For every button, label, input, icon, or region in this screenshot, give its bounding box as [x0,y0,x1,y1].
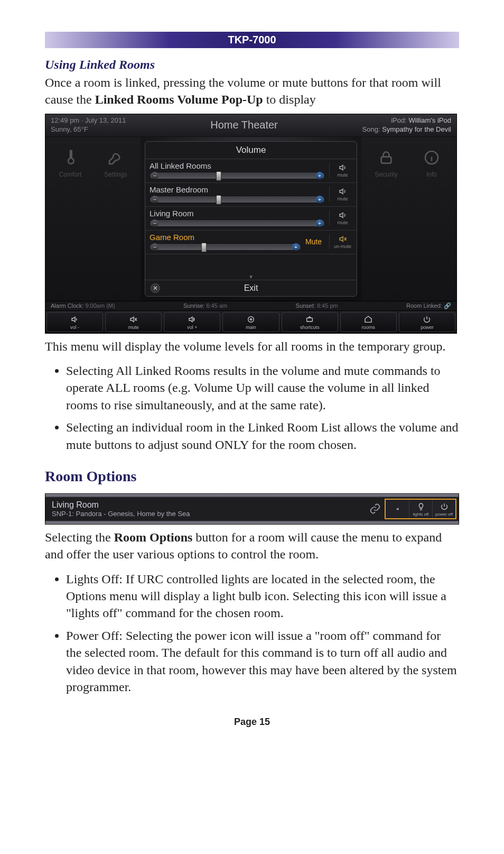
mute-button[interactable]: mute [329,163,352,178]
slider-minus-button[interactable]: − [151,243,158,251]
bottom-main-button[interactable]: main [222,312,279,332]
tile-security[interactable]: Security [370,146,402,178]
mute-icon [129,315,138,324]
speaker-icon [338,163,348,172]
power-icon [440,501,449,512]
right-side-tiles: Security Info [361,137,456,301]
linked-rooms-bullets: Selecting All Linked Rooms results in th… [66,362,459,453]
bottom-bevel [45,521,459,524]
mute-button[interactable]: un-mute [329,234,352,249]
b1-bold: All Linked Rooms [116,364,210,378]
bullet-power-off: Power Off: Selecting the power icon will… [66,627,459,696]
main-icon [246,315,256,324]
bottom-button-bar: vol -mutevol +mainshortcutsroomspower [45,311,456,333]
room-name-label: All Linked Rooms [150,161,325,170]
bullet-all-linked-rooms: Selecting All Linked Rooms results in th… [66,362,459,414]
tile-security-label: Security [375,171,397,178]
volume-popup-title: Volume [145,142,357,159]
b2-bold: Linked Room List [248,420,341,434]
b1-pre: Selecting [66,364,116,378]
device-value: William's iPod [409,116,452,124]
scroll-down-chevron-icon[interactable]: ▼ [145,274,357,280]
bullet-linked-room-list: Selecting an individual room in the Link… [66,419,459,453]
mute-indicator: Mute [305,237,325,246]
time-date: 12:49 pm · July 13, 2011 [51,116,126,125]
tile-settings-label: Settings [104,171,127,178]
volume-row[interactable]: Master Bedroom−+mute [145,183,357,207]
sunrise-label: Sunrise: [183,302,204,309]
speaker-icon [338,187,348,196]
room-options-box: ◄ lights off power off [385,499,456,519]
page-number: Page 15 [45,717,459,728]
mute-button[interactable]: mute [329,187,352,201]
screen-title: Home Theater [210,119,277,131]
bottom-vol-plus-button[interactable]: vol + [164,312,220,332]
screenshot-room-options-bar: Living Room SNP-1: Pandora - Genesis, Ho… [45,493,459,525]
bottom-mute-button[interactable]: mute [105,312,162,332]
bottom-button-label: main [246,325,256,330]
svg-rect-3 [307,318,313,322]
vol-plus-icon [188,315,197,324]
volume-slider[interactable]: −+ [150,172,325,179]
tile-info[interactable]: Info [416,146,447,178]
slider-plus-button[interactable]: + [292,243,300,251]
triangle-left-icon: ◄ [395,503,399,514]
slider-plus-button[interactable]: + [316,196,323,203]
room-info[interactable]: Living Room SNP-1: Pandora - Genesis, Ho… [45,497,366,521]
product-header-bar: TKP-7000 [45,32,459,48]
bottom-button-label: mute [128,325,139,330]
bottom-shortcuts-button[interactable]: shortcuts [282,312,338,332]
info-icon [421,146,443,169]
alarm-value: 9:00am (M) [85,302,115,309]
sunrise-value: 6:45 am [206,302,227,309]
slider-plus-button[interactable]: + [316,172,323,179]
slider-thumb[interactable] [216,171,221,181]
slider-minus-button[interactable]: − [151,196,158,203]
exit-row[interactable]: ✕ Exit [145,280,357,296]
volume-row[interactable]: Game Room−+Muteun-mute [145,231,357,254]
slider-minus-button[interactable]: − [151,172,158,179]
volume-row[interactable]: All Linked Rooms−+mute [145,159,357,183]
volume-slider[interactable]: −+ [150,219,325,227]
rooms-icon [363,315,373,324]
bb2-bold: Power Off [66,629,119,642]
slider-plus-button[interactable]: + [316,219,323,227]
speaker-muted-icon [338,234,348,244]
tile-comfort[interactable]: Comfort [54,146,86,178]
bottom-vol-minus-button[interactable]: vol - [46,312,103,332]
close-icon[interactable]: ✕ [151,283,160,293]
bb2-post: : Selecting the power icon will issue a … [66,629,457,694]
subsection-title: Using Linked Rooms [45,58,459,72]
tile-info-label: Info [426,171,437,178]
power-off-button[interactable]: power off [432,500,455,518]
volume-slider[interactable]: −+ [150,243,301,251]
bottom-rooms-button[interactable]: rooms [340,312,397,332]
bottom-button-label: rooms [362,325,375,330]
alarm-label: Alarm Clock: [51,302,83,309]
song-value: Sympathy for the Devil [382,125,451,133]
song-label: Song: [362,125,380,133]
bb1-post: : If URC controlled lights are located i… [66,572,446,620]
lights-off-button[interactable]: lights off [409,500,432,518]
bottom-button-label: power [421,325,434,330]
slider-thumb[interactable] [216,195,221,205]
mute-button[interactable]: mute [329,210,352,225]
tile-settings[interactable]: Settings [100,146,132,178]
collapse-button[interactable]: ◄ [386,500,409,518]
bottom-power-button[interactable]: power [399,312,455,332]
bottom-button-label: vol - [70,325,79,330]
volume-row[interactable]: Living Room−+mute [145,207,357,231]
volume-popup-panel: Volume All Linked Rooms−+muteMaster Bedr… [145,141,357,297]
slider-minus-button[interactable]: − [151,219,158,227]
top-status-bar: 12:49 pm · July 13, 2011 Sunny, 65°F Hom… [45,114,456,137]
sunset-value: 8:45 pm [317,302,338,309]
link-room-icon[interactable] [366,503,385,515]
lightbulb-icon [417,501,425,512]
as2-bold: Room Options [114,530,193,544]
slider-thumb[interactable] [201,243,207,252]
vol-minus-icon [70,315,80,324]
after-scr2-text: Selecting the Room Options button for a … [45,529,459,563]
volume-slider[interactable]: −+ [150,196,325,203]
room-name-label: Game Room [150,233,301,242]
mute-cell-label: mute [337,196,348,201]
